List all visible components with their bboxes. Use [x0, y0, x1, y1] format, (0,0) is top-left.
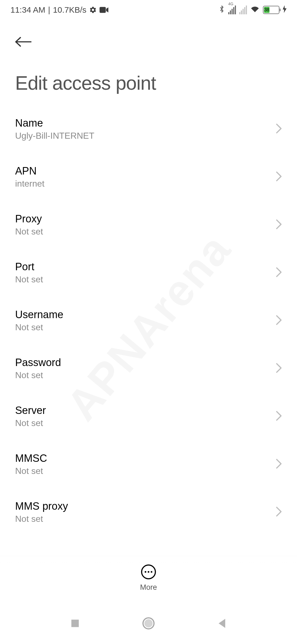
- chevron-right-icon: [276, 315, 282, 326]
- status-separator: |: [48, 5, 50, 15]
- bottom-action-bar: More: [0, 556, 297, 603]
- status-time: 11:34 AM: [10, 5, 45, 15]
- navigation-bar: [0, 603, 297, 644]
- svg-rect-1: [72, 620, 79, 627]
- status-speed: 10.7KB/s: [53, 5, 87, 15]
- setting-name[interactable]: Name Ugly-Bill-INTERNET: [0, 105, 297, 153]
- item-value: Not set: [15, 466, 47, 476]
- chevron-right-icon: [276, 123, 282, 135]
- setting-mmsc[interactable]: MMSC Not set: [0, 440, 297, 488]
- setting-username[interactable]: Username Not set: [0, 297, 297, 345]
- signal-4g-icon: 4G: [228, 6, 236, 14]
- nav-back-button[interactable]: [215, 616, 229, 631]
- setting-server[interactable]: Server Not set: [0, 392, 297, 440]
- item-label: MMS proxy: [15, 500, 68, 512]
- item-label: APN: [15, 165, 45, 177]
- item-value: Not set: [15, 274, 43, 285]
- signal-nosim-icon: [239, 6, 247, 14]
- charging-icon: [283, 5, 287, 15]
- bluetooth-icon: [219, 5, 225, 15]
- item-label: Password: [15, 357, 61, 369]
- status-right: 4G 38: [219, 5, 287, 15]
- nav-recent-button[interactable]: [68, 616, 82, 631]
- status-left: 11:34 AM | 10.7KB/s: [10, 5, 108, 15]
- setting-mms-proxy[interactable]: MMS proxy Not set: [0, 488, 297, 536]
- item-label: Server: [15, 405, 46, 416]
- camera-icon: [100, 7, 108, 13]
- setting-proxy[interactable]: Proxy Not set: [0, 201, 297, 249]
- item-value: internet: [15, 179, 45, 189]
- back-button[interactable]: [15, 34, 32, 50]
- gear-icon: [89, 6, 97, 14]
- page-title: Edit access point: [0, 56, 297, 105]
- more-icon: [141, 564, 156, 579]
- item-label: Port: [15, 261, 43, 273]
- item-label: MMSC: [15, 452, 47, 464]
- chevron-right-icon: [276, 506, 282, 518]
- settings-list: Name Ugly-Bill-INTERNET APN internet Pro…: [0, 105, 297, 536]
- header: [0, 20, 297, 56]
- setting-port[interactable]: Port Not set: [0, 249, 297, 297]
- item-value: Not set: [15, 227, 43, 237]
- more-button[interactable]: More: [140, 564, 157, 592]
- chevron-right-icon: [276, 219, 282, 231]
- item-value: Not set: [15, 322, 63, 332]
- item-label: Proxy: [15, 213, 43, 225]
- chevron-right-icon: [276, 267, 282, 279]
- svg-point-3: [144, 619, 153, 627]
- item-label: Username: [15, 309, 63, 321]
- setting-password[interactable]: Password Not set: [0, 345, 297, 392]
- setting-apn[interactable]: APN internet: [0, 153, 297, 201]
- svg-rect-0: [100, 7, 106, 13]
- chevron-right-icon: [276, 411, 282, 422]
- wifi-icon: [250, 5, 260, 15]
- chevron-right-icon: [276, 363, 282, 374]
- chevron-right-icon: [276, 171, 282, 183]
- battery-fill: 38: [264, 7, 270, 13]
- item-value: Not set: [15, 370, 61, 380]
- chevron-right-icon: [276, 459, 282, 470]
- item-label: Name: [15, 117, 94, 129]
- item-value: Ugly-Bill-INTERNET: [15, 131, 94, 141]
- item-value: Not set: [15, 514, 68, 524]
- item-value: Not set: [15, 418, 46, 428]
- nav-home-button[interactable]: [141, 616, 156, 631]
- more-label: More: [140, 583, 157, 592]
- battery-icon: 38: [263, 6, 279, 14]
- status-bar: 11:34 AM | 10.7KB/s 4G: [0, 0, 297, 20]
